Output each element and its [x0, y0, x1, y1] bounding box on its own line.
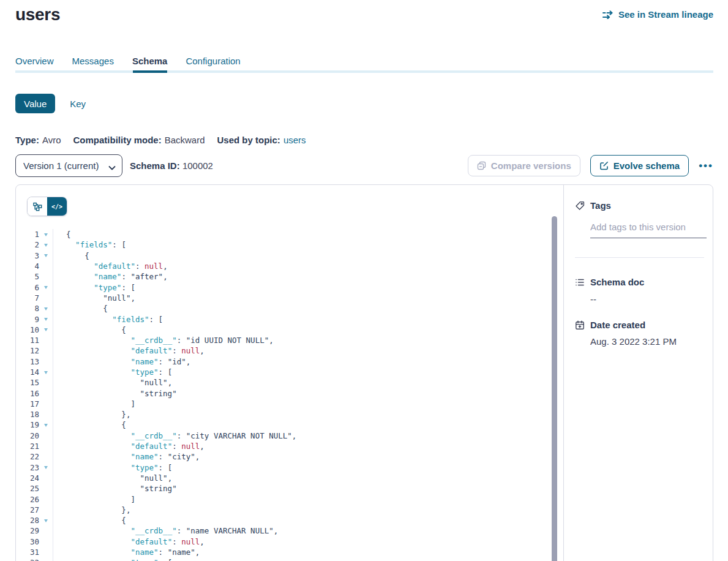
fold-marker — [39, 377, 53, 388]
fold-marker — [39, 271, 53, 282]
tab-configuration[interactable]: Configuration — [186, 56, 240, 77]
line-number: 2 — [16, 240, 39, 249]
code-line: 4 "default": null, — [16, 261, 563, 271]
code-text: "fields": [ — [53, 240, 126, 249]
date-created-value: Aug. 3 2022 3:21 PM — [590, 336, 704, 347]
code-text: }, — [53, 410, 130, 419]
add-tags-input[interactable] — [590, 221, 707, 238]
code-line: 24 "null", — [16, 473, 563, 483]
sidebar-divider — [575, 257, 704, 258]
code-line: 14 "type": [ — [16, 367, 563, 377]
fold-marker — [39, 356, 53, 367]
code-text: "name": "name", — [53, 548, 200, 557]
code-line: 1 { — [16, 229, 563, 239]
compare-icon — [477, 161, 486, 170]
value-button[interactable]: Value — [15, 94, 55, 113]
code-text: "__crdb__": "name VARCHAR NULL", — [53, 526, 278, 535]
see-in-stream-lineage-link[interactable]: See in Stream lineage — [602, 9, 713, 20]
evolve-schema-button[interactable]: Evolve schema — [590, 155, 689, 176]
fold-marker — [39, 537, 53, 547]
line-number: 16 — [16, 389, 39, 398]
code-text: "null", — [53, 378, 172, 387]
code-text: "null", — [53, 293, 135, 303]
date-created-heading: Date created — [575, 320, 704, 330]
fold-marker[interactable] — [39, 303, 53, 314]
line-number: 23 — [16, 463, 39, 472]
code-text: "type": [ — [53, 367, 172, 377]
value-key-toggle: Value Key — [15, 94, 86, 113]
more-options-button[interactable]: ••• — [699, 160, 713, 171]
fold-marker[interactable] — [39, 420, 53, 430]
fold-marker[interactable] — [39, 282, 53, 292]
code-view-icon: </> — [51, 203, 62, 210]
line-number: 22 — [16, 452, 39, 461]
fold-marker — [39, 547, 53, 557]
code-editor[interactable]: 1 {2 "fields": [3 {4 "default": null,5 "… — [16, 229, 563, 561]
code-text: "name": "after", — [53, 272, 168, 281]
line-number: 3 — [16, 251, 39, 260]
line-number: 25 — [16, 484, 39, 493]
compare-versions-label: Compare versions — [491, 160, 571, 171]
compare-versions-button[interactable]: Compare versions — [468, 155, 580, 176]
line-number: 26 — [16, 495, 39, 504]
fold-marker[interactable] — [39, 250, 53, 261]
editor-scrollbar[interactable] — [552, 216, 557, 561]
fold-marker[interactable] — [39, 462, 53, 473]
version-select[interactable]: Version 1 (current) — [15, 154, 122, 177]
line-number: 28 — [16, 516, 39, 525]
fold-marker — [39, 494, 53, 504]
tab-overview[interactable]: Overview — [15, 56, 54, 77]
key-button[interactable]: Key — [70, 99, 86, 109]
schema-id-value: 100002 — [182, 160, 213, 171]
code-text: { — [53, 304, 108, 313]
fold-marker[interactable] — [39, 239, 53, 250]
tab-underline-track — [15, 70, 713, 73]
stream-lineage-icon — [602, 10, 614, 19]
line-number: 5 — [16, 272, 39, 281]
type-value: Avro — [42, 135, 61, 145]
code-text: "default": null, — [53, 537, 205, 546]
schema-meta-row: Type: Avro Compatibility mode: Backward … — [15, 135, 306, 145]
line-number: 6 — [16, 283, 39, 292]
code-text: ] — [53, 495, 135, 504]
tag-icon — [575, 201, 585, 211]
fold-marker — [39, 409, 53, 420]
line-number: 30 — [16, 537, 39, 546]
active-tab-indicator — [133, 70, 167, 73]
schema-panel: </> 1 {2 "fields": [3 {4 "default": null… — [15, 184, 713, 561]
fold-marker[interactable] — [39, 229, 53, 239]
code-line: 31 "name": "name", — [16, 547, 563, 557]
fold-marker — [39, 261, 53, 271]
code-line: 3 { — [16, 250, 563, 261]
line-number: 9 — [16, 315, 39, 324]
used-by-topic-link[interactable]: users — [283, 135, 306, 145]
type-label: Type: — [15, 135, 39, 145]
code-text: { — [53, 516, 126, 525]
tab-schema[interactable]: Schema — [132, 56, 168, 77]
line-number: 13 — [16, 357, 39, 366]
fold-marker — [39, 483, 53, 494]
code-text: }, — [53, 505, 130, 514]
fold-marker[interactable] — [39, 557, 53, 561]
line-number: 18 — [16, 410, 39, 419]
code-text: "type": [ — [53, 283, 135, 292]
code-line: 30 "default": null, — [16, 537, 563, 547]
fold-marker[interactable] — [39, 314, 53, 324]
line-number: 1 — [16, 230, 39, 239]
code-line: 18 }, — [16, 409, 563, 420]
fold-marker[interactable] — [39, 325, 53, 335]
fold-marker[interactable] — [39, 367, 53, 377]
line-number: 12 — [16, 346, 39, 355]
tab-messages[interactable]: Messages — [72, 56, 114, 77]
evolve-schema-label: Evolve schema — [614, 160, 680, 171]
fold-marker[interactable] — [39, 515, 53, 525]
code-view-button[interactable]: </> — [47, 197, 67, 216]
code-line: 25 "string" — [16, 483, 563, 494]
code-text: "string" — [53, 389, 177, 398]
code-line: 16 "string" — [16, 388, 563, 398]
code-text: "__crdb__": "id UUID NOT NULL", — [53, 336, 274, 345]
calendar-plus-icon — [575, 320, 585, 330]
schema-page: users See in Stream lineage OverviewMess… — [0, 0, 728, 561]
tree-view-button[interactable] — [28, 197, 47, 216]
code-line: 28 { — [16, 515, 563, 525]
